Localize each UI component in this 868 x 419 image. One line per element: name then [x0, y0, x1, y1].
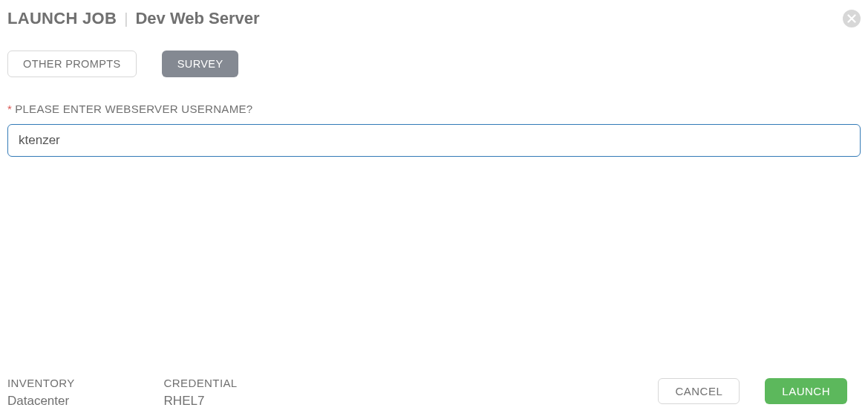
- title-separator: |: [124, 10, 128, 27]
- inventory-value: Datacenter: [7, 394, 75, 409]
- meta-credential: CREDENTIAL RHEL7: [164, 377, 238, 409]
- cancel-button[interactable]: CANCEL: [658, 378, 740, 404]
- dialog-header: LAUNCH JOB | Dev Web Server: [7, 9, 861, 28]
- title-main: LAUNCH JOB: [7, 9, 117, 28]
- username-label-row: * PLEASE ENTER WEBSERVER USERNAME?: [7, 103, 861, 115]
- meta-inventory: INVENTORY Datacenter: [7, 377, 75, 409]
- required-star-icon: *: [7, 103, 12, 115]
- credential-label: CREDENTIAL: [164, 377, 238, 389]
- username-input[interactable]: [7, 124, 861, 157]
- meta-group: INVENTORY Datacenter CREDENTIAL RHEL7: [7, 377, 238, 409]
- tab-other-prompts[interactable]: OTHER PROMPTS: [7, 51, 137, 77]
- survey-field-username: * PLEASE ENTER WEBSERVER USERNAME?: [7, 103, 861, 157]
- close-icon[interactable]: [843, 10, 861, 27]
- tab-survey[interactable]: SURVEY: [162, 51, 239, 77]
- action-group: CANCEL LAUNCH: [658, 377, 847, 404]
- tabs: OTHER PROMPTS SURVEY: [7, 51, 861, 77]
- launch-button[interactable]: LAUNCH: [765, 378, 847, 404]
- username-label: PLEASE ENTER WEBSERVER USERNAME?: [15, 103, 252, 115]
- title-group: LAUNCH JOB | Dev Web Server: [7, 9, 260, 28]
- inventory-label: INVENTORY: [7, 377, 75, 389]
- title-sub: Dev Web Server: [135, 9, 259, 28]
- credential-value: RHEL7: [164, 394, 238, 409]
- dialog-footer: INVENTORY Datacenter CREDENTIAL RHEL7 CA…: [7, 377, 847, 409]
